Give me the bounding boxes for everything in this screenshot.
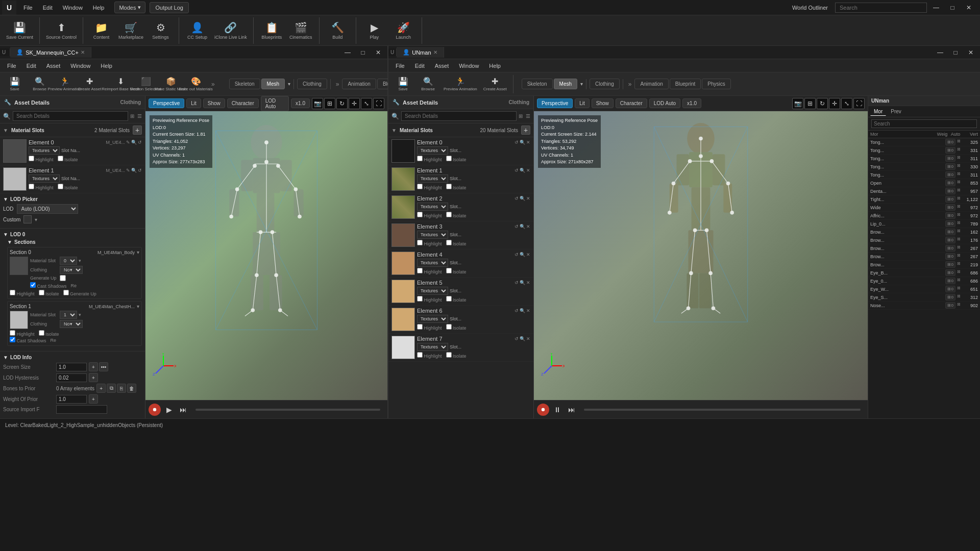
right-skeleton-tab[interactable]: Skeleton [522, 79, 553, 89]
right-panel-maximize[interactable]: □ [948, 47, 963, 58]
right-el-highlight-cb-3[interactable] [417, 240, 423, 245]
left-panel-close[interactable]: ✕ [371, 47, 385, 58]
marketplace-button[interactable]: 🛒 Marketplace [116, 17, 145, 44]
record-button[interactable]: ⏺ [149, 404, 161, 416]
right-el-isolate-cb-3[interactable] [446, 240, 452, 245]
right-el-reload-2[interactable]: ↺ [514, 196, 519, 201]
section1-cast-cb[interactable] [10, 337, 15, 342]
right-el-highlight-cb-5[interactable] [417, 296, 423, 302]
left-menu-asset[interactable]: Asset [42, 62, 65, 70]
grid-icon[interactable]: ⊞ [324, 98, 335, 109]
timeline-bar[interactable] [195, 409, 380, 411]
right-el-search-3[interactable]: 🔍 [520, 224, 525, 229]
right-el-highlight-cb-6[interactable] [417, 324, 423, 330]
scale-icon[interactable]: ⤡ [361, 98, 372, 109]
iclone-live-link-button[interactable]: 🔗 iClone Live Link [212, 17, 249, 44]
perspective-btn-right[interactable]: Perspective [537, 98, 573, 108]
left-panel-maximize[interactable]: □ [356, 47, 370, 58]
right-skip-button[interactable]: ⏭ [566, 404, 578, 416]
screen-size-more[interactable]: ••• [99, 362, 108, 371]
camera-icon[interactable]: 📷 [312, 98, 323, 109]
left-save-button[interactable]: 💾 Save [3, 74, 26, 94]
show-btn-left[interactable]: Show [203, 98, 225, 108]
screen-size-input[interactable] [56, 363, 87, 371]
right-el-reload-4[interactable]: ↺ [514, 252, 519, 257]
right-el-search-5[interactable]: 🔍 [520, 280, 525, 285]
sk-mannequin-tab[interactable]: 👤 SK_Mannequin_CC+ ✕ [10, 47, 91, 58]
right-el-reload-1[interactable]: ↺ [514, 168, 519, 173]
section0-isolate-cb[interactable] [39, 290, 44, 295]
cc-setup-button[interactable]: 👤 CC Setup [183, 17, 211, 44]
section1-mat-slot-select[interactable]: 1 [60, 311, 77, 319]
right-el-reset-0[interactable]: ✕ [526, 140, 530, 145]
right-grid-icon[interactable]: ⊞ [519, 113, 523, 119]
menu-help[interactable]: Help [88, 3, 110, 13]
section0-highlight-cb[interactable] [10, 290, 15, 295]
menu-window[interactable]: Window [58, 3, 88, 13]
character-btn-left[interactable]: Character [227, 98, 259, 108]
output-log-button[interactable]: Output Log [150, 2, 188, 13]
element0-search-icon[interactable]: 🔍 [131, 140, 137, 145]
right-el-select-7[interactable]: Textures [417, 343, 448, 351]
modes-dropdown[interactable]: Modes ▾ [114, 2, 145, 13]
right-create-asset-button[interactable]: ✚ Create Asset [481, 74, 509, 94]
section1-highlight-cb[interactable] [10, 330, 15, 336]
right-el-reload-0[interactable]: ↺ [514, 140, 519, 145]
left-menu-window[interactable]: Window [66, 62, 94, 70]
right-el-reload-7[interactable]: ↺ [514, 336, 519, 341]
expand-tabs-icon[interactable]: » [334, 79, 341, 90]
right-panel-minimize[interactable]: — [933, 47, 947, 58]
right-el-isolate-cb-5[interactable] [446, 296, 452, 302]
right-grid-icon[interactable]: ⊞ [804, 98, 816, 109]
right-el-isolate-cb-6[interactable] [446, 324, 452, 330]
right-el-reset-3[interactable]: ✕ [526, 224, 530, 229]
element0-reset-icon[interactable]: ↺ [138, 140, 142, 145]
expand-toolbar-icon[interactable]: » [209, 79, 217, 90]
right-detail-search-input[interactable] [401, 111, 517, 121]
right-animation-tab[interactable]: Animation [634, 79, 668, 89]
right-clothing-tab[interactable]: Clothing [590, 79, 620, 89]
hysteresis-input[interactable] [56, 373, 87, 382]
bake-materials-button[interactable]: 🎨 Bake out Materials [184, 74, 207, 94]
section0-dropdown[interactable]: ▾ [137, 249, 139, 255]
clothing-tab[interactable]: Clothing [297, 79, 327, 89]
right-el-select-3[interactable]: Textures [417, 231, 448, 239]
right-menu-asset[interactable]: Asset [431, 62, 453, 70]
right-el-highlight-cb-0[interactable] [417, 156, 423, 161]
lit-btn-right[interactable]: Lit [575, 98, 590, 108]
right-menu-help[interactable]: Help [485, 62, 505, 70]
element1-edit-icon[interactable]: ✎ [126, 168, 130, 173]
x1-btn-right[interactable]: x1.0 [682, 98, 701, 108]
blueprints-button[interactable]: 📋 Blueprints [258, 17, 286, 44]
right-el-highlight-cb-7[interactable] [417, 352, 423, 358]
content-button[interactable]: 📁 Content [87, 17, 115, 44]
reimport-mesh-button[interactable]: ⬇ Reimport Base Mesh [109, 74, 132, 94]
add-material-slot-button[interactable]: + [133, 126, 142, 135]
launch-button[interactable]: 🚀 Launch [389, 17, 418, 44]
hysteresis-plus[interactable]: + [89, 373, 98, 382]
right-el-reload-3[interactable]: ↺ [514, 224, 519, 229]
create-asset-button-left[interactable]: ✚ Create Asset [78, 74, 101, 94]
right-maximize-icon[interactable]: ⛶ [853, 98, 865, 109]
right-menu-file[interactable]: File [391, 62, 409, 70]
cinematics-button[interactable]: 🎬 Cinematics [287, 17, 315, 44]
play-anim-button[interactable]: ▶ [163, 404, 175, 416]
menu-edit[interactable]: Edit [38, 3, 58, 13]
bones-delete[interactable]: 🗑 [127, 384, 136, 393]
right-el-isolate-cb-0[interactable] [446, 156, 452, 161]
right-mesh-tab-active[interactable]: Mesh [554, 79, 577, 89]
element0-edit-icon[interactable]: ✎ [126, 140, 130, 145]
right-physics-tab[interactable]: Physics [702, 79, 730, 89]
element1-reset-icon[interactable]: ↺ [138, 168, 142, 173]
weight-prior-input[interactable] [56, 395, 87, 404]
right-el-isolate-cb-2[interactable] [446, 212, 452, 217]
right-el-search-6[interactable]: 🔍 [520, 308, 525, 313]
right-preview-anim-button[interactable]: 🏃 Preview Animation [442, 74, 479, 94]
translate-icon[interactable]: ✛ [349, 98, 360, 109]
right-el-reload-5[interactable]: ↺ [514, 280, 519, 285]
close-tab-icon[interactable]: ✕ [81, 49, 85, 55]
maximize-vp-icon[interactable]: ⛶ [373, 98, 384, 109]
build-button[interactable]: 🔨 Build [324, 17, 352, 44]
right-el-reset-7[interactable]: ✕ [526, 336, 530, 341]
settings-button[interactable]: ⚙ Settings [146, 17, 175, 44]
